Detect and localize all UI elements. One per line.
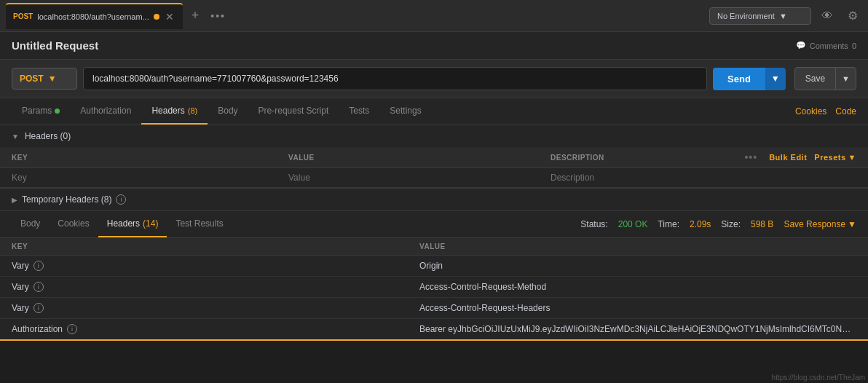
save-dropdown-button[interactable]: ▼ [835, 67, 856, 90]
url-input[interactable] [83, 67, 707, 90]
tab-authorization-label: Authorization [80, 106, 131, 116]
time-value: 2.09s [690, 219, 711, 229]
request-tab[interactable]: POST localhost:8080/auth?usernam... ✕ [6, 3, 183, 29]
method-label: POST [20, 74, 44, 84]
info-icon[interactable]: i [33, 261, 44, 271]
status-value: 200 OK [618, 219, 648, 229]
presets-link[interactable]: Presets ▼ [814, 153, 856, 162]
environment-select[interactable]: No Environment ▼ [709, 7, 811, 25]
chevron-down-icon: ▼ [12, 133, 19, 141]
eye-icon-button[interactable]: 👁 [817, 5, 837, 27]
comments-button[interactable]: 💬 Comments 0 [796, 41, 856, 50]
headers-section-header[interactable]: ▼ Headers (0) [0, 125, 868, 147]
resp-tab-body[interactable]: Body [12, 211, 49, 237]
response-table-header: KEY VALUE [0, 238, 868, 256]
chevron-right-icon: ▶ [12, 196, 17, 204]
tab-settings-label: Settings [390, 106, 421, 116]
tab-prerequest[interactable]: Pre-request Script [248, 98, 339, 125]
key-column-header: KEY [12, 154, 288, 162]
send-button[interactable]: Send [713, 68, 765, 90]
table-actions: ••• Bulk Edit Presets ▼ [740, 151, 856, 163]
save-button[interactable]: Save [794, 67, 835, 90]
tab-method: POST [13, 12, 33, 20]
url-bar: POST ▼ Send ▼ Save ▼ [0, 60, 868, 98]
tab-tests[interactable]: Tests [339, 98, 379, 125]
resp-tab-cookies[interactable]: Cookies [49, 211, 98, 237]
more-options-icon[interactable]: ••• [740, 151, 762, 163]
add-tab-button[interactable]: + [186, 5, 205, 26]
key-cell [12, 173, 288, 183]
resp-headers-badge: (14) [143, 218, 158, 229]
description-cell [551, 173, 856, 183]
cookies-link[interactable]: Cookies [795, 106, 826, 117]
comments-label: Comments [810, 42, 848, 50]
params-active-dot [55, 108, 60, 114]
tab-headers-label: Headers [151, 106, 184, 116]
key-input[interactable] [12, 173, 288, 183]
info-icon[interactable]: i [33, 303, 44, 313]
save-response-button[interactable]: Save Response ▼ [784, 219, 856, 229]
resp-tab-test-results[interactable]: Test Results [167, 211, 232, 237]
value-input[interactable] [288, 173, 551, 183]
tab-settings[interactable]: Settings [379, 98, 431, 125]
method-select[interactable]: POST ▼ [12, 68, 77, 90]
table-row: Vary i Origin [0, 256, 868, 277]
resp-key-cell: Vary i [12, 282, 419, 292]
resp-key-cell: Vary i [12, 303, 419, 313]
time-label: Time: [658, 219, 679, 229]
more-tabs-button[interactable]: ••• [205, 7, 232, 25]
table-row: Authorization i Bearer eyJhbGciOiJIUzUxM… [0, 319, 868, 341]
resp-value-cell: Bearer eyJhbGciOiJIUzUxMiJ9.eyJzdWIiOiI3… [419, 324, 856, 334]
tab-url: localhost:8080/auth?usernam... [37, 12, 149, 21]
tab-headers[interactable]: Headers (8) [141, 98, 208, 125]
response-meta: Status: 200 OK Time: 2.09s Size: 598 B S… [580, 219, 856, 229]
send-button-group: Send ▼ [713, 68, 786, 90]
save-button-group: Save ▼ [794, 67, 856, 90]
headers-section: ▼ Headers (0) KEY VALUE DESCRIPTION ••• … [0, 125, 868, 189]
resp-key-header: KEY [12, 242, 419, 250]
bulk-edit-link[interactable]: Bulk Edit [769, 153, 807, 162]
description-input[interactable] [551, 173, 856, 183]
presets-label: Presets [814, 153, 845, 162]
headers-table-header: KEY VALUE DESCRIPTION ••• Bulk Edit Pres… [0, 147, 868, 168]
tab-body[interactable]: Body [208, 98, 248, 125]
req-tabs-right: Cookies Code [795, 106, 856, 117]
description-column-header: DESCRIPTION [551, 154, 740, 162]
resp-key-cell: Vary i [12, 261, 419, 271]
temporary-headers-section: ▶ Temporary Headers (8) i [0, 189, 868, 211]
info-icon[interactable]: i [33, 282, 44, 292]
resp-key-text: Authorization [12, 324, 63, 334]
request-tabs: Params Authorization Headers (8) Body Pr… [0, 98, 868, 125]
tab-prerequest-label: Pre-request Script [259, 106, 329, 116]
table-row: Vary i Access-Control-Request-Headers [0, 298, 868, 319]
resp-value-header: VALUE [419, 242, 856, 250]
value-column-header: VALUE [288, 154, 551, 162]
resp-key-text: Vary [12, 261, 29, 271]
env-label: No Environment [717, 12, 775, 20]
resp-tab-headers[interactable]: Headers (14) [98, 211, 167, 237]
tab-close-icon[interactable]: ✕ [164, 11, 175, 23]
size-value: 598 B [751, 219, 773, 229]
resp-tab-test-results-label: Test Results [175, 218, 223, 229]
settings-icon-button[interactable]: ⚙ [843, 4, 862, 27]
resp-key-cell: Authorization i [12, 324, 419, 334]
chevron-down-icon: ▼ [848, 219, 856, 229]
chevron-down-icon: ▼ [848, 153, 856, 162]
tab-authorization[interactable]: Authorization [70, 98, 141, 125]
headers-badge: (8) [188, 106, 197, 115]
page-title: Untitled Request [12, 39, 98, 52]
resp-value-cell: Access-Control-Request-Headers [419, 303, 856, 313]
send-dropdown-button[interactable]: ▼ [765, 68, 786, 90]
code-link[interactable]: Code [835, 106, 856, 117]
tab-body-label: Body [218, 106, 237, 116]
info-icon[interactable]: i [67, 324, 77, 334]
tab-tests-label: Tests [349, 106, 369, 116]
top-bar-right: No Environment ▼ 👁 ⚙ [709, 4, 862, 27]
info-icon[interactable]: i [116, 194, 126, 205]
save-response-label: Save Response [784, 219, 845, 229]
tab-params[interactable]: Params [12, 98, 70, 125]
resp-value-cell: Origin [419, 261, 856, 271]
response-section: Body Cookies Headers (14) Test Results S… [0, 211, 868, 341]
tab-unsaved-dot [154, 14, 159, 20]
chevron-down-icon: ▼ [779, 12, 787, 20]
